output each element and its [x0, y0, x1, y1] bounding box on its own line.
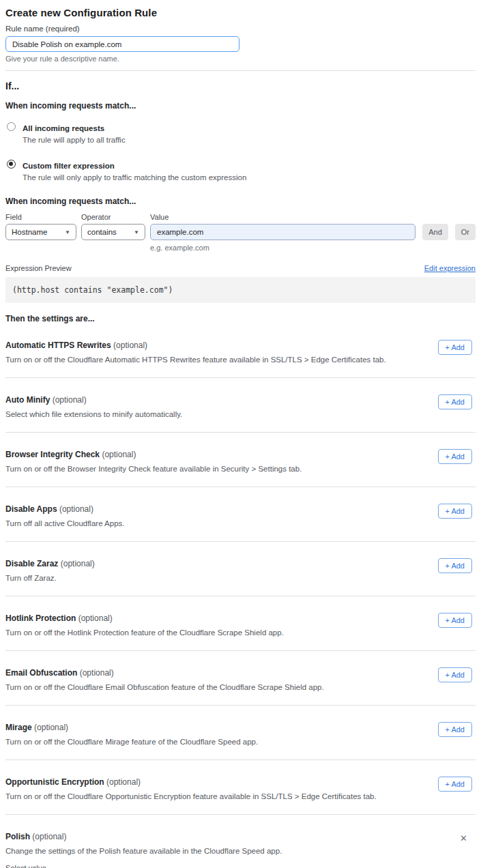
optional-tag: (optional)	[78, 613, 113, 623]
setting-description: Turn on or off the Cloudflare Email Obfu…	[5, 682, 476, 692]
add-setting-button[interactable]: + Add	[438, 667, 472, 682]
add-setting-button[interactable]: + Add	[438, 722, 472, 737]
setting-title: Browser Integrity Check	[5, 450, 100, 459]
value-input[interactable]	[150, 224, 416, 240]
add-setting-button[interactable]: + Add	[438, 394, 472, 409]
setting-description: Turn on or off the Cloudflare Automatic …	[5, 355, 476, 364]
setting-title: Disable Zaraz	[5, 559, 58, 568]
rule-name-input[interactable]	[5, 36, 239, 52]
setting-row: Disable Apps (optional) Turn off all act…	[5, 487, 476, 542]
add-setting-button[interactable]: + Add	[438, 777, 472, 792]
settings-list: Automatic HTTPS Rewrites (optional) Turn…	[5, 323, 476, 815]
page-title: Create new Configuration Rule	[5, 7, 476, 18]
optional-tag: (optional)	[53, 395, 87, 405]
radio-option-label: All incoming requests	[23, 124, 104, 132]
field-label: Field	[5, 213, 76, 222]
or-button[interactable]: Or	[455, 224, 476, 240]
select-value-label: Select value	[5, 864, 476, 868]
expression-builder-heading: When incoming requests match...	[5, 197, 476, 206]
add-setting-button[interactable]: + Add	[438, 613, 472, 628]
expression-builder-row: Field Hostname ▼ Operator contains ▼ Val…	[5, 213, 476, 252]
setting-row: Mirage (optional) Turn on or off the Clo…	[5, 706, 476, 760]
setting-row: Disable Zaraz (optional) Turn off Zaraz.…	[5, 542, 476, 596]
setting-row: Browser Integrity Check (optional) Turn …	[5, 433, 476, 487]
optional-tag: (optional)	[102, 450, 136, 459]
setting-description: Turn on or off the Cloudflare Opportunis…	[5, 792, 476, 801]
setting-description: Select which file extensions to minify a…	[5, 409, 476, 419]
radio-option-all-incoming-requests[interactable]: All incoming requests The rule will appl…	[5, 121, 476, 145]
chevron-down-icon: ▼	[65, 229, 70, 235]
setting-title: Email Obfuscation	[5, 668, 77, 678]
setting-row: Email Obfuscation (optional) Turn on or …	[5, 651, 476, 706]
field-select-value: Hostname	[12, 228, 47, 236]
add-setting-button[interactable]: + Add	[438, 558, 472, 573]
radio-option-description: The rule will only apply to traffic matc…	[23, 173, 246, 182]
optional-tag: (optional)	[61, 559, 95, 568]
optional-tag: (optional)	[80, 668, 114, 678]
optional-tag: (optional)	[106, 777, 141, 787]
setting-title: Mirage	[5, 723, 32, 732]
setting-description: Turn off all active Cloudflare Apps.	[5, 519, 476, 528]
rule-name-label: Rule name (required)	[5, 25, 476, 33]
add-setting-button[interactable]: + Add	[438, 449, 472, 464]
optional-tag: (optional)	[113, 341, 147, 350]
setting-row: Automatic HTTPS Rewrites (optional) Turn…	[5, 323, 476, 378]
section-divider	[5, 70, 476, 71]
setting-title: Opportunistic Encryption	[5, 777, 104, 787]
setting-title: Polish	[5, 832, 30, 841]
setting-title: Disable Apps	[5, 504, 57, 514]
setting-description: Turn off Zaraz.	[5, 573, 476, 583]
close-icon[interactable]: ✕	[460, 834, 467, 843]
radio-option-label: Custom filter expression	[23, 162, 115, 170]
operator-select[interactable]: contains ▼	[81, 224, 145, 240]
rule-name-help: Give your rule a descriptive name.	[5, 55, 476, 63]
setting-title: Hotlink Protection	[5, 613, 76, 623]
if-heading: If...	[5, 81, 476, 91]
value-hint: e.g. example.com	[150, 244, 416, 252]
add-setting-button[interactable]: + Add	[438, 340, 472, 355]
field-select[interactable]: Hostname ▼	[5, 224, 76, 240]
setting-row: Auto Minify (optional) Select which file…	[5, 378, 476, 433]
radio-option-description: The rule will apply to all traffic	[23, 135, 126, 145]
optional-tag: (optional)	[32, 832, 66, 841]
value-label: Value	[150, 213, 416, 222]
then-settings-heading: Then the settings are...	[5, 314, 476, 323]
and-button[interactable]: And	[422, 224, 448, 240]
radio-selected-icon[interactable]	[7, 160, 16, 169]
operator-select-value: contains	[87, 228, 117, 236]
expression-preview-label: Expression Preview	[5, 264, 72, 272]
optional-tag: (optional)	[34, 723, 68, 732]
setting-row: Hotlink Protection (optional) Turn on or…	[5, 596, 476, 651]
create-configuration-rule-page: Create new Configuration Rule Rule name …	[0, 0, 481, 868]
expression-preview-box: (http.host contains "example.com")	[5, 277, 476, 303]
setting-row-polish: ✕ Polish (optional) Change the settings …	[5, 815, 476, 868]
setting-title: Auto Minify	[5, 395, 50, 405]
setting-description: Change the settings of the Polish featur…	[5, 846, 476, 856]
incoming-requests-match-heading: When incoming requests match...	[5, 101, 476, 111]
optional-tag: (optional)	[59, 504, 93, 514]
setting-title: Automatic HTTPS Rewrites	[5, 341, 111, 350]
chevron-down-icon: ▼	[134, 229, 139, 235]
add-setting-button[interactable]: + Add	[438, 504, 472, 519]
setting-row: Opportunistic Encryption (optional) Turn…	[5, 760, 476, 815]
setting-description: Turn on or off the Cloudflare Mirage fea…	[5, 737, 476, 747]
setting-description: Turn on or off the Browser Integrity Che…	[5, 464, 476, 474]
radio-option-custom-filter-expression[interactable]: Custom filter expression The rule will o…	[5, 159, 476, 182]
edit-expression-link[interactable]: Edit expression	[424, 264, 476, 272]
setting-description: Turn on or off the Hotlink Protection fe…	[5, 628, 476, 637]
operator-label: Operator	[81, 213, 145, 222]
request-match-radio-group: All incoming requests The rule will appl…	[5, 121, 476, 182]
radio-unselected-icon[interactable]	[7, 122, 16, 131]
